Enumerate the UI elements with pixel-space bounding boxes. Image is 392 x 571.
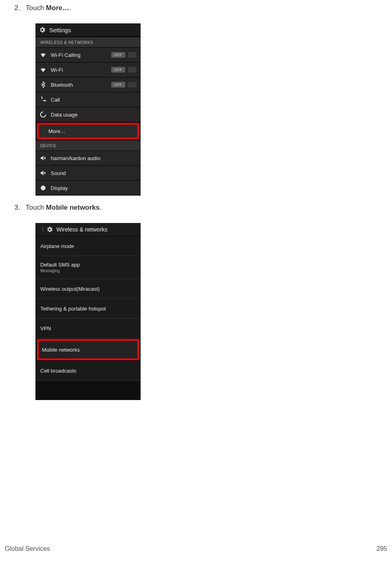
data-usage-icon bbox=[39, 111, 47, 118]
row-label: Cell broadcasts bbox=[40, 368, 136, 374]
row-label: harman/kardon audio bbox=[51, 155, 137, 161]
row-sound[interactable]: Sound bbox=[35, 166, 141, 181]
step-text: Touch Mobile networks. bbox=[26, 204, 102, 212]
gear-icon bbox=[46, 226, 53, 233]
bluetooth-icon bbox=[39, 81, 47, 88]
blank-area bbox=[35, 381, 141, 400]
step-text: Touch More…. bbox=[26, 4, 71, 12]
gear-icon bbox=[39, 26, 46, 33]
footer-left: Global Services bbox=[5, 545, 50, 552]
row-cell-broadcasts[interactable]: Cell broadcasts bbox=[35, 361, 141, 381]
row-label: Wi-Fi Calling bbox=[51, 52, 111, 58]
row-label: VPN bbox=[40, 325, 136, 331]
screenshot-wireless-networks: 〈 Wireless & networks Airplane mode Defa… bbox=[35, 223, 141, 400]
row-display[interactable]: Display bbox=[35, 181, 141, 196]
row-label: Sound bbox=[51, 170, 137, 176]
row-label: Wi-Fi bbox=[51, 67, 111, 73]
step-3: 3. Touch Mobile networks. 〈 Wireless & n… bbox=[12, 204, 380, 400]
phone-icon bbox=[39, 96, 47, 103]
row-vpn[interactable]: VPN bbox=[35, 319, 141, 338]
row-wifi[interactable]: Wi-Fi OFF bbox=[35, 63, 141, 77]
row-label: Mobile networks bbox=[42, 347, 134, 353]
row-more-highlighted[interactable]: More… bbox=[37, 123, 139, 139]
step-number: 2. bbox=[12, 4, 20, 12]
screenshot-settings: Settings WIRELESS & NETWORKS Wi-Fi Calli… bbox=[35, 23, 141, 196]
sound-icon bbox=[39, 169, 47, 177]
page-footer: Global Services 295 bbox=[5, 545, 387, 552]
row-label: Call bbox=[51, 97, 137, 103]
toggle-off[interactable]: OFF bbox=[111, 82, 137, 88]
row-label: More… bbox=[48, 128, 135, 134]
wifi-icon bbox=[39, 66, 47, 73]
row-label: Tethering & portable hotspot bbox=[40, 306, 136, 312]
row-wifi-calling[interactable]: Wi-Fi Calling OFF bbox=[35, 48, 141, 63]
row-airplane-mode[interactable]: Airplane mode bbox=[35, 236, 141, 256]
wifi-icon bbox=[39, 51, 47, 58]
row-sublabel: Messaging bbox=[40, 269, 136, 273]
footer-page-number: 295 bbox=[376, 545, 387, 552]
row-data-usage[interactable]: Data usage bbox=[35, 107, 141, 122]
row-label: Wireless output(Miracast) bbox=[40, 286, 136, 292]
settings-title: Settings bbox=[49, 27, 71, 33]
section-header-wireless: WIRELESS & NETWORKS bbox=[35, 37, 141, 48]
wireless-title: Wireless & networks bbox=[56, 226, 108, 233]
wireless-title-bar[interactable]: 〈 Wireless & networks bbox=[35, 223, 141, 236]
section-header-device: DEVICE bbox=[35, 140, 141, 151]
row-miracast[interactable]: Wireless output(Miracast) bbox=[35, 279, 141, 299]
row-label: Default SMS app bbox=[40, 262, 136, 268]
row-mobile-networks-highlighted[interactable]: Mobile networks bbox=[37, 339, 139, 360]
back-icon[interactable]: 〈 bbox=[39, 226, 44, 233]
row-label: Data usage bbox=[51, 112, 137, 118]
toggle-off[interactable]: OFF bbox=[111, 52, 137, 58]
row-call[interactable]: Call bbox=[35, 92, 141, 107]
row-hk-audio[interactable]: harman/kardon audio bbox=[35, 151, 141, 166]
row-label: Bluetooth bbox=[51, 82, 111, 88]
row-bluetooth[interactable]: Bluetooth OFF bbox=[35, 77, 141, 92]
row-label: Airplane mode bbox=[40, 243, 136, 249]
step-2: 2. Touch More…. Settings WIRELESS & NETW… bbox=[12, 4, 380, 196]
row-default-sms[interactable]: Default SMS app Messaging bbox=[35, 256, 141, 279]
display-icon bbox=[39, 184, 47, 192]
step-number: 3. bbox=[12, 204, 20, 212]
settings-title-bar: Settings bbox=[35, 23, 141, 37]
row-tethering[interactable]: Tethering & portable hotspot bbox=[35, 299, 141, 319]
toggle-off[interactable]: OFF bbox=[111, 67, 137, 73]
speaker-icon bbox=[39, 154, 47, 162]
row-label: Display bbox=[51, 185, 137, 191]
